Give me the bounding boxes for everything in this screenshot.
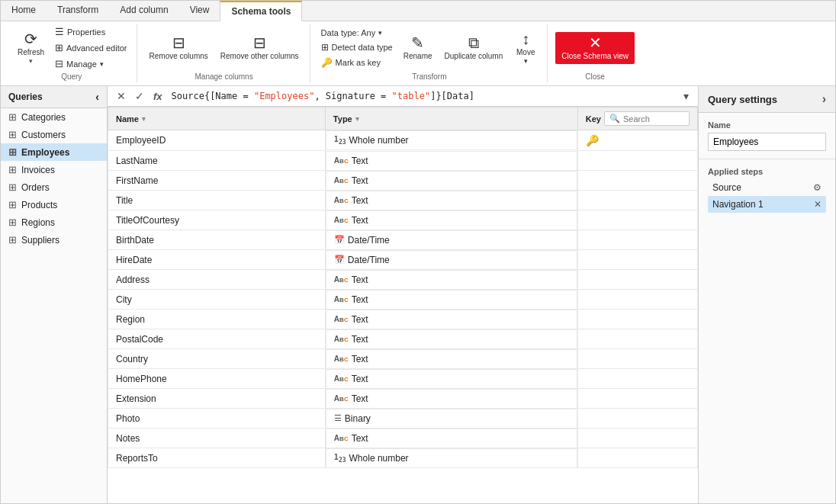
ribbon-group-query: ⟳ Refresh ▾ ☰ Properties ⊞ Advanced edit… [7, 24, 137, 82]
tab-home[interactable]: Home [1, 1, 47, 21]
table-row[interactable]: FirstNameABC Text [108, 171, 698, 191]
table-row[interactable]: ReportsTo123 Whole number [108, 448, 698, 468]
table-row[interactable]: PostalCodeABC Text [108, 329, 698, 349]
cell-name: Region [108, 310, 326, 329]
cell-name: FirstName [108, 171, 326, 191]
remove-columns-button[interactable]: ⊟ Remove columns [145, 32, 213, 64]
ribbon-tabs: Home Transform Add column View Schema to… [1, 1, 835, 21]
close-group-label: Close [555, 71, 635, 82]
cell-name: HireDate [108, 250, 326, 270]
step-navigation1[interactable]: Navigation 1 ✕ [708, 196, 826, 213]
sidebar-item-categories[interactable]: ⊞ Categories [1, 108, 107, 126]
transform-group-label: Transform [318, 71, 542, 82]
data-table-container[interactable]: Name ▾ Type ▾ [108, 107, 698, 503]
cell-type: ABC Text [326, 329, 577, 349]
table-row[interactable]: CityABC Text [108, 290, 698, 310]
table-row[interactable]: TitleOfCourtesyABC Text [108, 210, 698, 230]
cell-type: 📅 Date/Time [326, 230, 577, 250]
refresh-button[interactable]: ⟳ Refresh ▾ [13, 28, 49, 68]
formula-text: Source{[Name = "Employees", Signature = … [172, 91, 474, 101]
cell-type: ☰ Binary [326, 409, 577, 429]
remove-other-columns-button[interactable]: ⊟ Remove other columns [216, 32, 304, 64]
formula-input[interactable]: Source{[Name = "Employees", Signature = … [169, 89, 677, 103]
tab-schema-tools[interactable]: Schema tools [220, 1, 302, 21]
sidebar-item-invoices[interactable]: ⊞ Invoices [1, 161, 107, 178]
col-name-label: Name [116, 114, 139, 124]
sidebar-item-suppliers[interactable]: ⊞ Suppliers [1, 231, 107, 249]
table-row[interactable]: BirthDate📅 Date/Time [108, 230, 698, 250]
qs-name-label: Name [708, 120, 826, 130]
qs-name-section: Name [699, 113, 835, 159]
table-row[interactable]: HireDate📅 Date/Time [108, 250, 698, 270]
sidebar-collapse-icon[interactable]: ‹ [95, 91, 99, 103]
manage-columns-label: Manage columns [145, 71, 304, 82]
sidebar-item-employees[interactable]: ⊞ Employees [1, 143, 107, 161]
ribbon-group-transform: Data type: Any ▾ ⊞ Detect data type 🔑 Ma… [312, 24, 548, 82]
step-source-gear-icon[interactable]: ⚙ [813, 182, 822, 193]
tab-transform[interactable]: Transform [47, 1, 109, 21]
mark-as-key-button[interactable]: 🔑 Mark as key [318, 56, 396, 69]
qs-name-input[interactable] [708, 133, 826, 151]
table-row[interactable]: RegionABC Text [108, 310, 698, 329]
cell-type: ABC Text [326, 270, 577, 290]
cell-type: ABC Text [326, 310, 577, 329]
table-row[interactable]: ExtensionABC Text [108, 389, 698, 409]
tab-view[interactable]: View [179, 1, 220, 21]
table-row[interactable]: LastNameABC Text [108, 151, 698, 171]
cell-type: 123 Whole number [326, 448, 577, 468]
cell-key [577, 329, 697, 349]
move-button[interactable]: ↕ Move ▾ [510, 28, 541, 68]
table-row[interactable]: NotesABC Text [108, 429, 698, 448]
table-row[interactable]: HomePhoneABC Text [108, 369, 698, 389]
table-row[interactable]: EmployeeID123 Whole number🔑 [108, 130, 698, 151]
tab-add-column[interactable]: Add column [109, 1, 178, 21]
col-header-name[interactable]: Name ▾ [108, 108, 326, 130]
sidebar-item-products[interactable]: ⊞ Products [1, 196, 107, 213]
properties-label: Properties [67, 27, 105, 37]
sidebar-item-orders[interactable]: ⊞ Orders [1, 178, 107, 196]
advanced-editor-button[interactable]: ⊞ Advanced editor [52, 40, 130, 55]
cell-name: EmployeeID [108, 130, 326, 151]
cell-name: Photo [108, 409, 326, 429]
detect-data-type-button[interactable]: ⊞ Detect data type [318, 40, 396, 54]
formula-expand-button[interactable]: ▾ [680, 88, 692, 104]
cell-key [577, 230, 697, 250]
remove-other-icon: ⊟ [253, 35, 266, 50]
sidebar-item-label: Customers [21, 130, 66, 140]
table-row[interactable]: TitleABC Text [108, 191, 698, 210]
cell-name: TitleOfCourtesy [108, 210, 326, 230]
refresh-label: Refresh [18, 48, 44, 57]
rename-button[interactable]: ✎ Rename [399, 32, 437, 64]
duplicate-column-button[interactable]: ⧉ Duplicate column [440, 32, 508, 64]
col-header-key[interactable]: Key 🔍 [577, 108, 697, 130]
step-source[interactable]: Source ⚙ [708, 179, 826, 196]
table-row[interactable]: CountryABC Text [108, 349, 698, 369]
col-header-type[interactable]: Type ▾ [325, 108, 577, 130]
table-icon: ⊞ [8, 199, 17, 210]
data-type-button[interactable]: Data type: Any ▾ [318, 27, 396, 39]
search-box[interactable]: 🔍 [604, 111, 690, 126]
sidebar-header: Queries ‹ [1, 86, 107, 108]
sidebar-item-customers[interactable]: ⊞ Customers [1, 126, 107, 143]
data-table: Name ▾ Type ▾ [108, 107, 698, 468]
formula-cancel-button[interactable]: ✕ [114, 88, 129, 104]
formula-confirm-button[interactable]: ✓ [132, 88, 147, 104]
close-schema-button[interactable]: ✕ Close Schema view [555, 32, 635, 64]
manage-button[interactable]: ⊟ Manage ▾ [52, 56, 130, 71]
query-group-label: Query [13, 71, 130, 82]
step-navigation-delete-icon[interactable]: ✕ [814, 199, 822, 210]
detect-icon: ⊞ [321, 42, 329, 53]
sidebar-item-regions[interactable]: ⊞ Regions [1, 213, 107, 231]
cell-type: 123 Whole number [326, 130, 577, 150]
data-type-arrow: ▾ [378, 29, 382, 37]
properties-button[interactable]: ☰ Properties [52, 24, 130, 39]
rename-icon: ✎ [411, 35, 424, 50]
table-row[interactable]: AddressABC Text [108, 270, 698, 290]
formula-bar: ✕ ✓ fx Source{[Name = "Employees", Signa… [108, 86, 698, 107]
table-row[interactable]: Photo☰ Binary [108, 409, 698, 429]
cell-type: ABC Text [326, 429, 577, 448]
cell-key [577, 151, 697, 171]
search-input[interactable] [623, 114, 684, 124]
advanced-editor-icon: ⊞ [55, 42, 63, 53]
qs-expand-button[interactable]: › [822, 92, 826, 106]
